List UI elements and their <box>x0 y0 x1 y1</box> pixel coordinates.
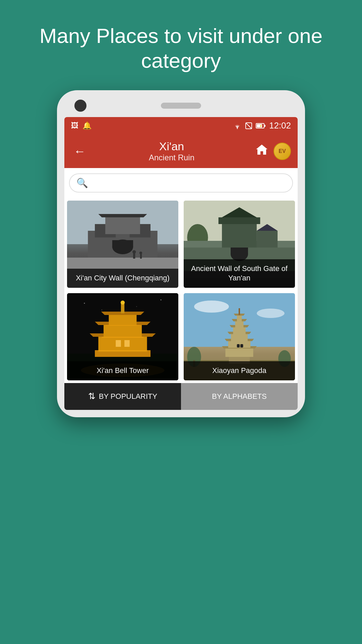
svg-rect-12 <box>105 217 140 234</box>
phone-device: 🖼 🔔 <box>57 90 305 417</box>
svg-rect-53 <box>124 340 130 347</box>
phone-screen: 🖼 🔔 <box>64 117 298 410</box>
svg-marker-7 <box>256 145 267 155</box>
phone-notch <box>64 100 298 117</box>
svg-point-55 <box>194 301 229 313</box>
back-button[interactable]: ← <box>71 142 88 161</box>
notification-status-icon: 🔔 <box>82 121 92 130</box>
battery-icon: ⚡ <box>256 122 266 129</box>
svg-rect-74 <box>239 308 240 315</box>
place-label-south-gate: Ancient Wall of South Gate of Yan'an <box>184 259 295 288</box>
bottom-tab-bar: ⇅ BY POPULARITY BY ALPHABETS <box>64 383 298 410</box>
search-icon: 🔍 <box>76 177 88 189</box>
app-bar-title: Xi'an Ancient Ruin <box>94 140 249 162</box>
svg-rect-27 <box>219 217 260 224</box>
status-time: 12:02 <box>269 120 291 131</box>
svg-rect-19 <box>140 254 142 259</box>
place-label-pagoda: Xiaoyan Pagoda <box>184 361 295 380</box>
svg-point-34 <box>84 303 85 304</box>
places-grid: Xi'an City Wall (Chengqiang) <box>64 198 298 383</box>
svg-rect-52 <box>116 340 121 347</box>
place-card-pagoda[interactable]: Xiaoyan Pagoda <box>184 293 295 380</box>
svg-rect-5 <box>264 125 265 127</box>
svg-rect-15 <box>112 240 133 248</box>
svg-rect-32 <box>231 248 248 254</box>
home-icon <box>255 143 269 157</box>
tab-alphabets-label: BY ALPHABETS <box>212 392 266 401</box>
search-input[interactable] <box>92 178 286 188</box>
svg-rect-51 <box>105 325 140 326</box>
signal-icon <box>245 122 252 129</box>
search-bar[interactable]: 🔍 <box>69 173 293 193</box>
svg-point-0 <box>237 128 238 129</box>
phone-camera <box>74 100 86 112</box>
svg-rect-70 <box>235 321 244 328</box>
svg-rect-66 <box>231 334 248 341</box>
app-title-sub: Ancient Ruin <box>94 153 249 162</box>
tab-popularity[interactable]: ⇅ BY POPULARITY <box>64 383 181 410</box>
tab-alphabets[interactable]: BY ALPHABETS <box>181 383 298 410</box>
svg-point-36 <box>161 299 162 300</box>
svg-rect-29 <box>257 231 278 248</box>
sort-icon: ⇅ <box>88 391 96 401</box>
svg-point-37 <box>136 306 137 307</box>
place-label-city-wall: Xi'an City Wall (Chengqiang) <box>67 269 178 288</box>
tab-popularity-label: BY POPULARITY <box>99 392 157 401</box>
svg-point-56 <box>257 309 285 318</box>
phone-speaker <box>161 103 201 109</box>
wifi-icon <box>233 122 242 129</box>
app-bar-actions: EV <box>255 143 291 160</box>
svg-point-20 <box>139 252 142 254</box>
status-right-icons: ⚡ 12:02 <box>233 120 291 131</box>
svg-point-18 <box>132 250 136 254</box>
status-left-icons: 🖼 🔔 <box>71 121 92 130</box>
place-label-bell-tower: Xi'an Bell Tower <box>67 361 178 380</box>
place-card-bell-tower[interactable]: Xi'an Bell Tower <box>67 293 178 380</box>
svg-rect-45 <box>109 315 137 325</box>
app-bar: ← Xi'an Ancient Ruin EV <box>64 135 298 168</box>
svg-rect-62 <box>226 348 253 357</box>
svg-rect-41 <box>98 337 147 352</box>
home-button[interactable] <box>255 143 269 160</box>
svg-rect-76 <box>240 344 243 347</box>
ev-badge: EV <box>274 143 291 160</box>
place-card-south-gate[interactable]: Ancient Wall of South Gate of Yan'an <box>184 201 295 288</box>
image-status-icon: 🖼 <box>71 121 78 130</box>
svg-rect-26 <box>222 221 257 248</box>
svg-point-48 <box>121 301 125 305</box>
svg-rect-68 <box>233 327 245 335</box>
svg-rect-50 <box>102 337 144 338</box>
svg-point-35 <box>102 310 102 310</box>
svg-rect-43 <box>104 325 142 337</box>
hero-text: Many Places to visit under one category <box>0 0 362 90</box>
search-container: 🔍 <box>64 168 298 198</box>
svg-rect-72 <box>237 316 242 322</box>
svg-marker-13 <box>98 214 147 217</box>
svg-rect-47 <box>121 303 124 313</box>
place-card-city-wall[interactable]: Xi'an City Wall (Chengqiang) <box>67 201 178 288</box>
svg-rect-49 <box>98 350 147 351</box>
svg-text:⚡: ⚡ <box>259 124 262 127</box>
app-title-main: Xi'an <box>94 140 249 153</box>
svg-line-2 <box>246 123 251 128</box>
status-bar: 🖼 🔔 <box>64 117 298 135</box>
svg-rect-75 <box>237 344 240 347</box>
